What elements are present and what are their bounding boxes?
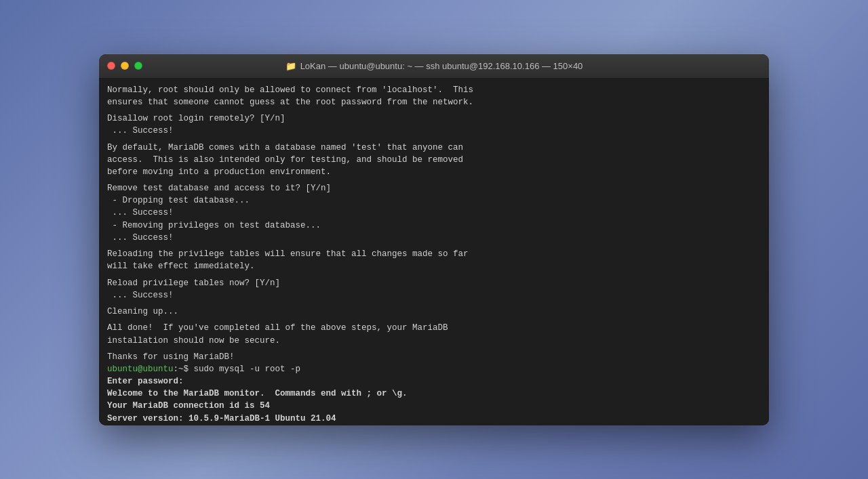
terminal-line: Welcome to the MariaDB monitor. Commands…	[107, 388, 761, 400]
terminal-line: Thanks for using MariaDB!	[107, 351, 761, 363]
terminal-line: Normally, root should only be allowed to…	[107, 84, 761, 96]
terminal-line: ... Success!	[107, 207, 761, 219]
terminal-line: Cleaning up...	[107, 306, 761, 318]
terminal-body[interactable]: Normally, root should only be allowed to…	[99, 79, 769, 425]
title-text: LoKan — ubuntu@ubuntu: ~ — ssh ubuntu@19…	[300, 61, 583, 71]
terminal-line: ... Success!	[107, 232, 761, 244]
terminal-line: Reloading the privilege tables will ensu…	[107, 248, 761, 260]
window-title: 📁 LoKan — ubuntu@ubuntu: ~ — ssh ubuntu@…	[99, 61, 769, 71]
terminal-line: before moving into a production environm…	[107, 166, 761, 178]
terminal-line: ensures that someone cannot guess at the…	[107, 96, 761, 108]
terminal-window: 📁 LoKan — ubuntu@ubuntu: ~ — ssh ubuntu@…	[99, 54, 769, 425]
terminal-line: ... Success!	[107, 125, 761, 137]
terminal-line: - Dropping test database...	[107, 194, 761, 207]
terminal-line: Server version: 10.5.9-MariaDB-1 Ubuntu …	[107, 413, 761, 425]
terminal-line: installation should now be secure.	[107, 335, 761, 347]
titlebar: 📁 LoKan — ubuntu@ubuntu: ~ — ssh ubuntu@…	[99, 54, 769, 79]
title-icon: 📁	[285, 61, 296, 71]
minimize-button[interactable]	[121, 62, 129, 70]
terminal-line: Disallow root login remotely? [Y/n]	[107, 112, 761, 125]
traffic-lights	[107, 62, 142, 70]
terminal-line: ... Success!	[107, 289, 761, 301]
terminal-line: access. This is also intended only for t…	[107, 154, 761, 166]
terminal-line: ubuntu@ubuntu:~$ sudo mysql -u root -p	[107, 363, 761, 375]
close-button[interactable]	[107, 62, 115, 70]
terminal-line: By default, MariaDB comes with a databas…	[107, 142, 761, 154]
terminal-line	[107, 425, 761, 425]
terminal-line: Your MariaDB connection id is 54	[107, 400, 761, 412]
terminal-line: Enter password:	[107, 375, 761, 388]
prompt-path: :~$ sudo mysql -u root -p	[174, 365, 301, 374]
terminal-line: - Removing privileges on test database..…	[107, 220, 761, 232]
terminal-line: Remove test database and access to it? […	[107, 182, 761, 194]
terminal-line: Reload privilege tables now? [Y/n]	[107, 277, 761, 289]
prompt-user: ubuntu@ubuntu	[107, 365, 174, 374]
terminal-output: Normally, root should only be allowed to…	[107, 84, 761, 425]
terminal-line: will take effect immediately.	[107, 260, 761, 272]
terminal-line: All done! If you've completed all of the…	[107, 322, 761, 334]
maximize-button[interactable]	[134, 62, 142, 70]
